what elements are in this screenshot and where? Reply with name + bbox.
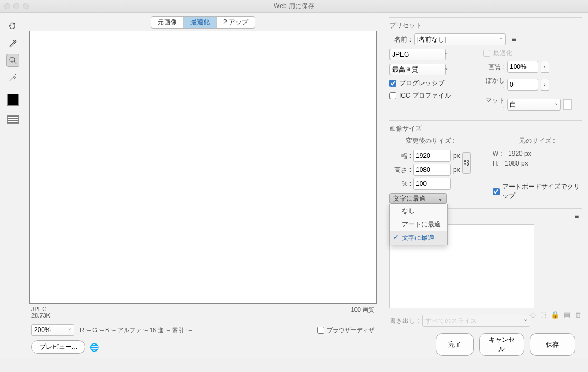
browser-dither-label: ブラウザーディザ	[327, 326, 374, 334]
slice-tool-icon[interactable]	[6, 37, 19, 50]
optimize-checkbox: 最適化	[483, 49, 572, 58]
resample-option-none[interactable]: なし	[390, 204, 447, 218]
clip-artboard-checkbox[interactable]: アートボードサイズでクリップ	[493, 182, 582, 201]
zoom-tool-icon[interactable]	[6, 54, 19, 67]
orig-size-head: 元のサイズ :	[493, 136, 582, 146]
tool-column	[0, 13, 26, 358]
percent-label: % :	[389, 180, 411, 188]
optimize-label: 最適化	[493, 49, 512, 58]
shift-color-icon[interactable]: ◇	[530, 311, 536, 319]
color-table-menu-icon[interactable]: ≡	[572, 212, 582, 221]
preview-canvas[interactable]	[29, 31, 377, 304]
blur-input[interactable]	[507, 79, 538, 91]
resample-option-text[interactable]: 文字に最適	[390, 231, 447, 245]
svg-point-0	[10, 57, 15, 62]
resample-option-art[interactable]: アートに最適	[390, 218, 447, 231]
chevron-down-icon: ⌄	[437, 195, 443, 202]
save-button[interactable]: 保存	[530, 333, 575, 356]
view-tabs: 元画像 最適化 2 アップ	[26, 16, 380, 29]
tab-two-up[interactable]: 2 アップ	[217, 17, 255, 28]
eyedropper-tool-icon[interactable]	[6, 71, 19, 84]
height-label: 高さ :	[389, 166, 411, 175]
browser-dither-checkbox[interactable]: ブラウザーディザ	[317, 326, 374, 334]
icc-checkbox[interactable]: ICC プロファイル	[389, 91, 451, 100]
tab-optimized[interactable]: 最適化	[184, 17, 217, 28]
resample-quality-dropdown: なし アートに最適 文字に最適	[389, 204, 448, 245]
status-filesize: 28.73K	[31, 312, 50, 319]
image-size-panel: 画像サイズ 変更後のサイズ : 幅 :px 高さ :px ⛓ % : 文字に最適…	[389, 120, 582, 204]
clip-label: アートボードサイズでクリップ	[502, 182, 582, 201]
hand-tool-icon[interactable]	[6, 19, 19, 32]
titlebar: Web 用に保存	[0, 0, 588, 13]
quality-preset-select[interactable]: 最高画質	[389, 64, 446, 75]
trash-color-icon[interactable]: 🗑	[575, 311, 582, 319]
orig-w-label: W :	[493, 150, 502, 157]
resample-quality-select[interactable]: 文字に最適⌄	[389, 193, 447, 204]
done-button[interactable]: 完了	[436, 333, 474, 356]
progressive-checkbox[interactable]: プログレッシブ	[389, 79, 451, 88]
preset-title: プリセット	[389, 21, 582, 30]
new-size-head: 変更後のサイズ :	[389, 136, 471, 146]
zoom-select[interactable]: 200%	[31, 324, 74, 336]
quality-stepper-icon[interactable]: ›	[541, 61, 549, 73]
preset-panel: プリセット 名前 : [名前なし] ≡ JPEG 最高画質 プログレッシブ IC…	[389, 17, 582, 116]
status-quality: 100 画質	[351, 306, 374, 319]
preset-name-select[interactable]: [名前なし]	[414, 33, 506, 45]
height-input[interactable]	[413, 164, 451, 176]
cancel-button[interactable]: キャンセル	[479, 333, 524, 356]
orig-h-value: 1080 px	[505, 160, 528, 167]
quality-num-label: 画質 :	[483, 63, 505, 72]
matte-select[interactable]: 白	[507, 99, 561, 111]
settings-panel: プリセット 名前 : [名前なし] ≡ JPEG 最高画質 プログレッシブ IC…	[383, 13, 588, 358]
preset-name-label: 名前 :	[389, 35, 411, 44]
orig-h-label: H:	[493, 160, 499, 167]
new-color-icon[interactable]: ▤	[564, 311, 570, 319]
slice-visibility-icon[interactable]	[7, 115, 19, 124]
percent-input[interactable]	[413, 178, 451, 190]
quality-input[interactable]	[507, 61, 538, 73]
format-select[interactable]: JPEG	[389, 49, 446, 60]
blur-label: ぼかし :	[483, 76, 505, 93]
matte-swatch[interactable]	[563, 99, 572, 110]
web-snap-icon[interactable]: ⬚	[540, 311, 546, 319]
status-left: JPEG 28.73K	[31, 306, 50, 319]
tab-original[interactable]: 元画像	[151, 17, 184, 28]
icc-label: ICC プロファイル	[399, 91, 451, 100]
export-slices-select: すべてのスライス	[422, 315, 530, 327]
dialog-buttons: 完了 キャンセル 保存	[389, 331, 582, 358]
browser-preview-icon[interactable]: 🌐	[90, 343, 99, 352]
progressive-label: プログレッシブ	[399, 79, 445, 88]
foreground-color-swatch[interactable]	[7, 94, 19, 106]
pixel-info: R :– G :– B :– アルファ :– 16 進 :– 索引 : –	[80, 326, 192, 334]
constrain-proportions-icon[interactable]: ⛓	[462, 152, 471, 174]
preset-menu-icon[interactable]: ≡	[509, 35, 519, 44]
preview-button[interactable]: プレビュー...	[31, 340, 85, 354]
width-input[interactable]	[413, 150, 451, 162]
matte-label: マット :	[483, 96, 505, 113]
window-title: Web 用に保存	[0, 2, 588, 11]
lock-color-icon[interactable]: 🔒	[551, 311, 559, 319]
image-size-title: 画像サイズ	[389, 124, 582, 133]
width-label: 幅 :	[389, 151, 411, 161]
px-unit-2: px	[453, 166, 460, 174]
blur-stepper-icon[interactable]: ›	[541, 79, 549, 91]
status-format: JPEG	[31, 306, 50, 312]
px-unit: px	[453, 152, 460, 160]
orig-w-value: 1920 px	[508, 150, 531, 157]
preview-panel: 元画像 最適化 2 アップ JPEG 28.73K 100 画質 200% R …	[26, 13, 383, 358]
